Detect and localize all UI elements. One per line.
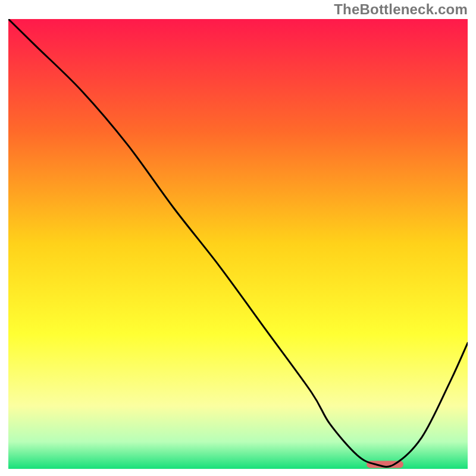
chart-container: TheBottleneck.com <box>0 0 476 476</box>
plot-svg <box>8 19 468 469</box>
watermark-text: TheBottleneck.com <box>334 1 468 18</box>
